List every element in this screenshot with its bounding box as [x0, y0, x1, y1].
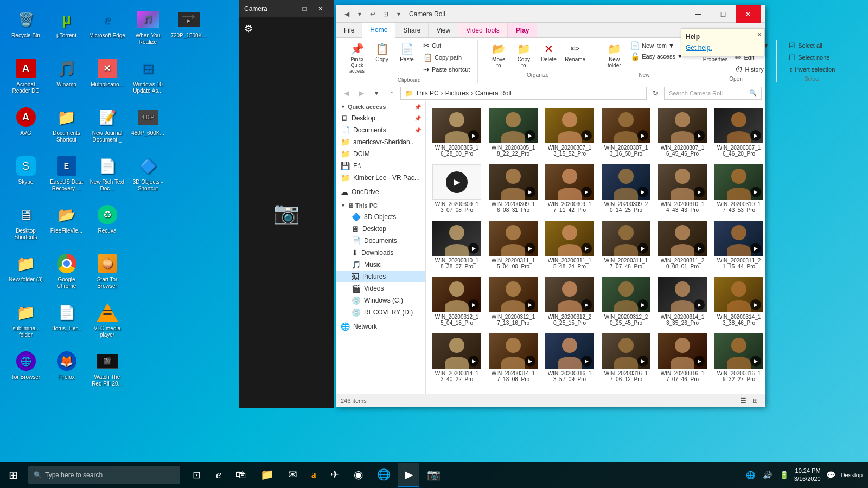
qat-back-button[interactable]: ◀	[341, 8, 353, 20]
desktop-icon-winamp[interactable]: 🎵 Winamp	[46, 54, 87, 103]
desktop-icon-3d-objects[interactable]: 🔷 3D Objects - Shortcut	[127, 152, 168, 201]
thumbnail-item-25[interactable]: ▶ WIN_20200314_1 3_40_22_Pro	[430, 331, 483, 384]
tab-play[interactable]: Play	[508, 23, 538, 37]
desktop-icon-avg[interactable]: A AVG	[5, 103, 46, 152]
qat-properties-button[interactable]: ⊡	[380, 8, 392, 20]
taskbar-unknown1[interactable]: ◉	[347, 463, 369, 487]
desktop-icon-tor-browser[interactable]: 🌐 Tor Browser	[5, 347, 46, 396]
camera-close-button[interactable]: ✕	[313, 1, 328, 16]
nav-up-button[interactable]: ↑	[385, 87, 398, 100]
help-link[interactable]: Get help.	[686, 44, 760, 52]
thumbnail-item-13[interactable]: ▶ WIN_20200310_1 8_38_07_Pro	[430, 219, 483, 272]
taskbar-store[interactable]: 🛍	[229, 463, 253, 487]
address-path[interactable]: 📁 This PC › Pictures › Camera Roll	[400, 87, 647, 100]
desktop-icon-windows10[interactable]: ⊞ Windows 10 Update As...	[127, 54, 168, 103]
desktop-icon-start-tor[interactable]: 🧅 Start Tor Browser	[87, 249, 127, 298]
camera-minimize-button[interactable]: ─	[280, 1, 296, 16]
explorer-close-button[interactable]: ✕	[736, 5, 761, 23]
nav-item-3d-objects[interactable]: 🔷 3D Objects	[336, 211, 425, 223]
new-folder-button[interactable]: 📁 Newfolder	[602, 40, 626, 70]
nav-item-pictures[interactable]: 🖼 Pictures	[336, 271, 425, 282]
desktop-icon-horus[interactable]: 📄 Horus_Her...	[46, 298, 87, 347]
desktop-icon-vlc[interactable]: VLC media player	[87, 298, 127, 347]
nav-item-windows-c[interactable]: 💿 Windows (C:)	[336, 294, 425, 306]
qat-undo-button[interactable]: ↩	[367, 8, 379, 20]
nav-item-fdrive[interactable]: 💾 F:\	[336, 160, 425, 172]
easy-access-button[interactable]: 🔓 Easy access ▼	[627, 51, 686, 62]
nav-recent-button[interactable]: ▾	[370, 87, 383, 100]
nav-item-videos[interactable]: 🎬 Videos	[336, 282, 425, 294]
delete-button[interactable]: ✕ Delete	[537, 40, 560, 65]
thumbnail-item-11[interactable]: ▶ WIN_20200310_1 4_43_43_Pro	[656, 162, 709, 215]
new-item-button[interactable]: 📄 New item ▼	[627, 40, 686, 51]
desktop-icon-watch-red-pill[interactable]: 🎬 Watch The Red Pill 20...	[87, 347, 127, 396]
taskbar-folder[interactable]: 📁	[254, 463, 280, 487]
thumbnail-item-9[interactable]: ▶ WIN_20200309_1 7_11_42_Pro	[543, 162, 596, 215]
desktop-icon-freefileview[interactable]: 📂 FreeFileVie...	[46, 201, 87, 249]
thumbnail-item-14[interactable]: ▶ WIN_20200311_1 5_04_00_Pro	[487, 219, 540, 272]
taskbar-tripadvisor[interactable]: ✈	[324, 463, 346, 487]
cut-button[interactable]: ✂ Cut	[420, 40, 473, 51]
start-button[interactable]: ⊞	[0, 462, 26, 488]
qat-dropdown-button[interactable]: ▾	[354, 8, 366, 20]
nav-item-documents-pc[interactable]: 📄 Documents	[336, 235, 425, 247]
copy-to-button[interactable]: 📁 Copyto	[512, 40, 535, 70]
nav-item-desktop-pc[interactable]: 🖥 Desktop	[336, 223, 425, 235]
nav-item-desktop[interactable]: 🖥 Desktop 📌	[336, 112, 425, 124]
battery-icon[interactable]: 🔋	[777, 468, 791, 481]
network-icon[interactable]: 🌐	[744, 468, 757, 481]
list-view-button[interactable]: ☰	[738, 395, 749, 406]
thumbnail-item-4[interactable]: ▶ WIN_20200307_1 3_16_50_Pro	[599, 106, 653, 159]
nav-item-documents[interactable]: 📄 Documents 📌	[336, 124, 425, 136]
notification-icon[interactable]: 💬	[824, 468, 838, 481]
rename-button[interactable]: ✏ Rename	[561, 40, 589, 65]
paste-button[interactable]: 📄 Paste	[395, 40, 419, 65]
copy-button[interactable]: 📋 Copy	[370, 40, 394, 65]
select-all-button[interactable]: ☑ Select all	[786, 40, 838, 51]
desktop-icon-multiplicatio[interactable]: × Multiplicatio...	[87, 54, 127, 103]
desktop-icon-skype[interactable]: S Skype	[5, 152, 46, 201]
move-to-button[interactable]: 📂 Moveto	[487, 40, 510, 70]
thumbnail-item-5[interactable]: ▶ WIN_20200307_1 6_45_46_Pro	[656, 106, 709, 159]
thumbnail-item-6[interactable]: ▶ WIN_20200307_1 6_46_20_Pro	[712, 106, 765, 159]
taskbar-vlc[interactable]: ▶	[398, 463, 419, 487]
desktop-label[interactable]: Desktop	[841, 472, 863, 478]
nav-item-recovery-d[interactable]: 💿 RECOVERY (D:)	[336, 306, 425, 318]
desktop-icon-recuva[interactable]: ♻ Recuva	[87, 201, 127, 249]
thumbnail-item-15[interactable]: ▶ WIN_20200311_1 5_48_24_Pro	[543, 219, 596, 272]
desktop-icon-when-you-realize[interactable]: 🎵 When You Realize	[127, 5, 168, 54]
volume-icon[interactable]: 🔊	[761, 468, 774, 481]
nav-item-network[interactable]: 🌐 Network	[336, 320, 425, 332]
taskbar-camera[interactable]: 📷	[420, 463, 447, 487]
tab-home[interactable]: Home	[362, 23, 395, 38]
desktop-icon-desktop-shortcuts[interactable]: 🖥 Desktop Shortcuts	[5, 201, 46, 249]
camera-settings-icon[interactable]: ⚙	[244, 23, 253, 35]
taskbar-edge[interactable]: e	[209, 463, 228, 487]
thumbnail-item-29[interactable]: ▶ WIN_20200316_1 7_07_46_Pro	[656, 331, 709, 384]
path-camera-roll[interactable]: Camera Roll	[475, 89, 512, 97]
thumbnail-item-19[interactable]: ▶ WIN_20200312_1 5_04_18_Pro	[430, 275, 483, 328]
thumbnail-item-7[interactable]: ▶WIN_20200309_1 3_07_08_Pro	[430, 162, 483, 215]
desktop-icon-utorrent[interactable]: µ µTorrent	[46, 5, 87, 54]
desktop-icon-google-chrome[interactable]: Google Chrome	[46, 249, 87, 298]
invert-selection-button[interactable]: ↕ Invert selection	[786, 64, 838, 75]
nav-item-music[interactable]: 🎵 Music	[336, 259, 425, 271]
desktop-icon-subliminal[interactable]: 📁 'sublimina... folder	[5, 298, 46, 347]
explorer-minimize-button[interactable]: ─	[686, 5, 711, 23]
thumbnail-item-24[interactable]: ▶ WIN_20200314_1 3_38_46_Pro	[712, 275, 765, 328]
copy-path-button[interactable]: 📋 Copy path	[420, 52, 473, 63]
nav-item-onedrive[interactable]: ☁ OneDrive	[336, 186, 425, 198]
qat-menu-button[interactable]: ▾	[393, 8, 405, 20]
select-none-button[interactable]: ☐ Select none	[786, 52, 838, 63]
desktop-icon-new-journal[interactable]: 📝 New Journal Document _	[87, 103, 127, 152]
tab-video-tools[interactable]: Video Tools	[458, 23, 508, 37]
thumbnail-item-16[interactable]: ▶ WIN_20200311_1 7_07_48_Pro	[599, 219, 653, 272]
grid-view-button[interactable]: ⊞	[750, 395, 761, 406]
taskbar-amazon[interactable]: a	[305, 463, 323, 487]
desktop-icon-recycle-bin[interactable]: 🗑️ Recycle Bin	[5, 5, 46, 54]
tab-share[interactable]: Share	[395, 23, 429, 37]
thumbnail-item-30[interactable]: ▶ WIN_20200316_1 9_32_27_Pro	[712, 331, 765, 384]
refresh-button[interactable]: ↻	[649, 87, 662, 100]
thumbnail-item-8[interactable]: ▶ WIN_20200309_1 6_08_31_Pro	[487, 162, 540, 215]
path-pictures[interactable]: Pictures	[445, 89, 469, 97]
